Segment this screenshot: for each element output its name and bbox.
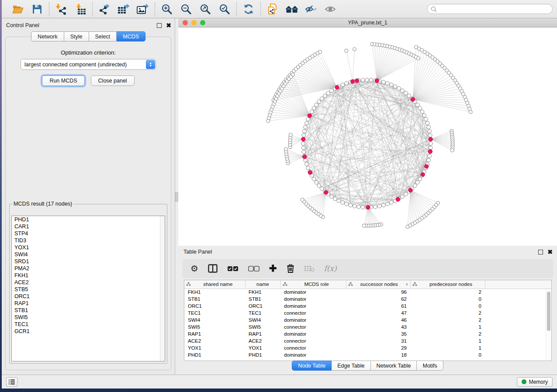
zoom-in-icon[interactable]	[160, 3, 173, 16]
network-hub-node[interactable]	[308, 171, 312, 175]
table-row[interactable]: YOX1YOX1connector291	[184, 344, 551, 351]
cell-successors[interactable]: 96	[346, 289, 410, 296]
network-leaf-node[interactable]	[353, 48, 356, 51]
mcds-result-item[interactable]: STB1	[12, 307, 165, 314]
mcds-result-item[interactable]: PMA2	[12, 265, 165, 272]
network-node[interactable]	[315, 181, 318, 185]
first-neighbors-icon[interactable]	[285, 3, 298, 16]
cell-predecessors[interactable]: 1	[410, 323, 485, 330]
cell-predecessors[interactable]: 0	[410, 351, 485, 358]
network-node[interactable]	[397, 86, 401, 90]
mcds-result-item[interactable]: CAR1	[12, 223, 165, 230]
network-node[interactable]	[320, 96, 324, 100]
network-node[interactable]	[353, 204, 356, 208]
mcds-result-item[interactable]: SRD1	[12, 258, 165, 265]
mcds-result-item[interactable]: TID3	[12, 237, 165, 244]
cell-shared_name[interactable]: STB1	[184, 296, 245, 303]
table-row[interactable]: TEC1TEC1connector472	[184, 309, 551, 316]
cell-successors[interactable]: 47	[346, 309, 410, 316]
network-hub-node[interactable]	[308, 113, 311, 117]
panel-splitter[interactable]	[175, 18, 178, 375]
network-node[interactable]	[393, 85, 397, 89]
cell-predecessors[interactable]: 2	[410, 316, 485, 323]
tab-network[interactable]: Network	[31, 31, 64, 41]
tab-node-table[interactable]: Node Table	[292, 361, 332, 371]
show-columns-icon[interactable]	[208, 263, 218, 274]
network-node[interactable]	[323, 94, 327, 98]
network-node[interactable]	[390, 83, 394, 87]
network-node[interactable]	[361, 78, 365, 82]
cell-shared_name[interactable]: TEC1	[184, 309, 245, 316]
network-node[interactable]	[418, 107, 422, 110]
network-hub-node[interactable]	[396, 197, 400, 201]
tab-mcds[interactable]: MCDS	[117, 31, 145, 41]
cell-predecessors[interactable]: 1	[410, 344, 485, 351]
function-builder-icon[interactable]: f(x)	[324, 263, 337, 274]
network-node[interactable]	[304, 162, 308, 166]
cell-successors[interactable]: 46	[346, 316, 410, 323]
network-node[interactable]	[428, 134, 432, 138]
network-node[interactable]	[315, 103, 318, 107]
network-node[interactable]	[365, 78, 369, 82]
cell-name[interactable]: SWI4	[245, 316, 280, 323]
table-scrollbar[interactable]	[546, 289, 551, 360]
mcds-result-item[interactable]: PHD1	[12, 216, 165, 223]
cell-shared_name[interactable]: ACE2	[184, 337, 245, 344]
mcds-result-item[interactable]: YOX1	[12, 244, 165, 251]
search-input[interactable]	[439, 6, 549, 12]
mcds-result-item[interactable]: FKH1	[12, 272, 165, 279]
mcds-result-item[interactable]: SWI4	[12, 251, 165, 258]
add-column-icon[interactable]: ✚	[269, 263, 277, 274]
cell-role[interactable]: dominator	[280, 303, 346, 309]
zoom-out-icon[interactable]	[180, 3, 193, 16]
cell-name[interactable]: RAP1	[245, 330, 280, 337]
network-node[interactable]	[303, 129, 307, 133]
mcds-list-scrollbar[interactable]	[160, 216, 165, 361]
network-node[interactable]	[422, 113, 426, 117]
cell-successors[interactable]: 18	[346, 351, 410, 358]
network-node[interactable]	[426, 121, 429, 125]
export-image-icon[interactable]	[136, 3, 149, 16]
cell-name[interactable]: FKH1	[245, 289, 280, 296]
network-node[interactable]	[333, 197, 337, 201]
hide-selected-icon[interactable]	[304, 3, 318, 16]
network-node[interactable]	[306, 117, 310, 121]
cell-successors[interactable]: 31	[346, 337, 410, 344]
mcds-result-item[interactable]: RAP1	[12, 300, 165, 307]
network-node[interactable]	[302, 134, 306, 138]
network-leaf-node[interactable]	[291, 73, 294, 76]
network-node[interactable]	[301, 142, 305, 146]
cell-predecessors[interactable]: 2	[410, 309, 485, 316]
network-leaf-node[interactable]	[469, 110, 472, 113]
network-window-titlebar[interactable]: YPA_prune.txt_1	[178, 18, 557, 28]
network-node[interactable]	[428, 129, 432, 133]
network-leaf-node[interactable]	[318, 50, 322, 54]
import-table-icon[interactable]	[74, 3, 87, 16]
task-history-button[interactable]	[6, 377, 17, 387]
network-node[interactable]	[312, 107, 316, 110]
network-hub-node[interactable]	[301, 137, 305, 141]
mcds-result-item[interactable]: SWI5	[12, 314, 165, 321]
cell-predecessors[interactable]: 1	[410, 337, 485, 344]
network-node[interactable]	[386, 81, 390, 85]
cell-predecessors[interactable]: 2	[410, 330, 485, 337]
table-row[interactable]: ORC1ORC1dominator610	[184, 303, 551, 309]
cell-successors[interactable]: 61	[346, 303, 410, 309]
column-header-shared-name[interactable]: shared name	[184, 280, 245, 289]
float-table-panel-icon[interactable]	[538, 250, 543, 254]
mcds-result-item[interactable]: ACE2	[12, 279, 165, 286]
delete-table-icon[interactable]	[304, 263, 315, 274]
network-node[interactable]	[418, 177, 422, 181]
cell-name[interactable]: ORC1	[245, 303, 280, 309]
network-node[interactable]	[341, 83, 345, 87]
run-mcds-button[interactable]: Run MCDS	[42, 76, 84, 86]
network-node[interactable]	[302, 150, 306, 154]
network-node[interactable]	[330, 89, 334, 93]
network-node[interactable]	[404, 91, 408, 95]
table-row[interactable]: SWI4SWI4dominator462	[184, 316, 551, 323]
column-header-MCDS-role[interactable]: MCDS role	[280, 280, 346, 289]
network-leaf-node[interactable]	[345, 49, 348, 52]
network-node[interactable]	[312, 177, 316, 181]
network-node[interactable]	[374, 205, 377, 209]
network-node[interactable]	[381, 203, 385, 207]
